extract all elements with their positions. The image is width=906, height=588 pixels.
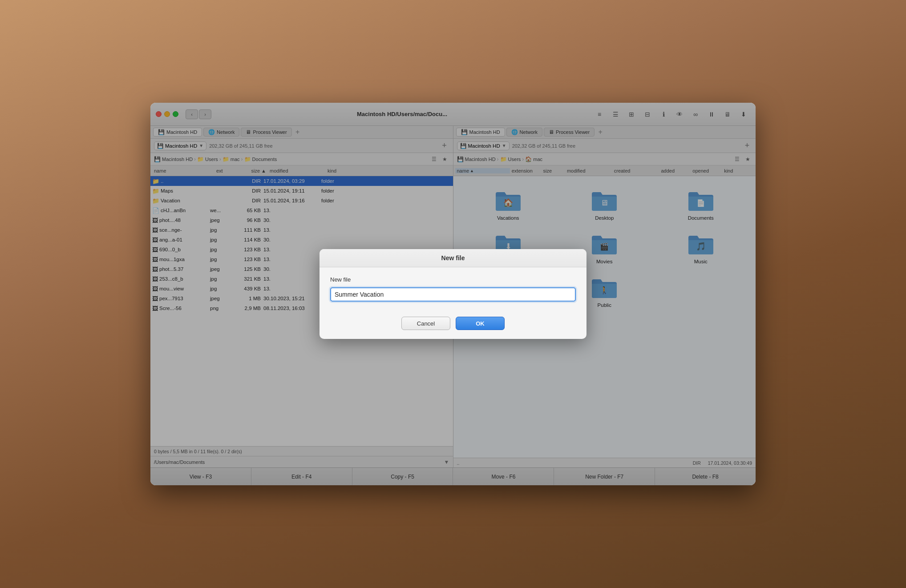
modal-body: New file <box>320 267 586 310</box>
main-window: ‹ › Macintosh HD/Users/mac/Docu... ≡ ☰ ⊞… <box>150 103 756 485</box>
ok-button[interactable]: OK <box>456 317 505 330</box>
new-file-modal: New file New file Cancel OK <box>320 249 586 339</box>
cancel-button[interactable]: Cancel <box>401 317 450 330</box>
modal-label: New file <box>330 276 576 283</box>
modal-buttons: Cancel OK <box>320 310 586 339</box>
modal-overlay: New file New file Cancel OK <box>150 103 756 485</box>
modal-title: New file <box>320 249 586 267</box>
new-file-input[interactable] <box>330 287 576 302</box>
